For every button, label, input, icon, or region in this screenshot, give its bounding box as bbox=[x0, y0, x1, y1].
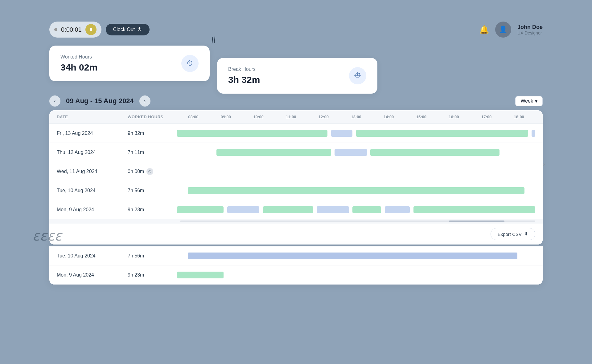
row-hours: 0h 00m ⊙ bbox=[128, 168, 177, 175]
stopwatch-icon: ⏱ bbox=[187, 59, 193, 67]
worked-hours-icon-wrap: ⏱ bbox=[181, 55, 199, 72]
row-bars bbox=[177, 143, 535, 162]
row-date: Wed, 11 Aug 2024 bbox=[57, 169, 128, 174]
deco-handwriting: ɛɛɛɛ bbox=[32, 228, 62, 244]
row-date: Mon, 9 Aug 2024 bbox=[57, 272, 128, 278]
notification-bell-icon[interactable]: 🔔 bbox=[479, 25, 489, 34]
scrollbar-thumb[interactable] bbox=[449, 220, 504, 222]
bars-container bbox=[177, 129, 535, 137]
worked-hours-value: 34h 02m bbox=[60, 62, 97, 73]
time-col-1000: 10:00 bbox=[242, 115, 275, 119]
row-bars bbox=[177, 246, 535, 265]
time-col-1600: 16:00 bbox=[438, 115, 470, 119]
download-icon: ⬇ bbox=[524, 231, 528, 237]
work-bar bbox=[177, 206, 224, 213]
break-bar bbox=[385, 206, 410, 213]
row-date: Thu, 12 Aug 2024 bbox=[57, 150, 128, 155]
table-row: Fri, 13 Aug 2024 9h 32m bbox=[49, 124, 543, 143]
work-bar bbox=[263, 206, 313, 213]
row-bars bbox=[177, 162, 535, 181]
time-col-1700: 17:00 bbox=[470, 115, 503, 119]
next-week-button[interactable]: › bbox=[139, 95, 150, 107]
time-col-0800: 08:00 bbox=[177, 115, 210, 119]
row-date: Tue, 10 Aug 2024 bbox=[57, 188, 128, 193]
table-row: Thu, 12 Aug 2024 7h 11m bbox=[49, 143, 543, 162]
bottom-partial-panel: Tue, 10 Aug 2024 7h 56m Mon, 9 Aug 2024 … bbox=[49, 246, 543, 285]
work-bar bbox=[352, 206, 381, 213]
time-col-1100: 11:00 bbox=[275, 115, 307, 119]
no-hours-icon: ⊙ bbox=[146, 168, 153, 175]
work-bar bbox=[216, 149, 331, 156]
pause-button[interactable]: ⏸ bbox=[85, 24, 97, 35]
table-row: Wed, 11 Aug 2024 0h 00m ⊙ bbox=[49, 162, 543, 181]
timer-dot bbox=[54, 28, 57, 31]
timer-value: 0:00:01 bbox=[61, 26, 82, 33]
worked-hours-label: Worked Hours bbox=[60, 54, 97, 60]
export-csv-button[interactable]: Export CSV ⬇ bbox=[491, 228, 535, 240]
worked-col-header: WORKED HOURS bbox=[128, 115, 177, 119]
break-bar bbox=[335, 149, 367, 156]
bottom-row: Mon, 9 Aug 2024 9h 23m bbox=[49, 265, 543, 285]
avatar-initial: 👤 bbox=[499, 26, 507, 34]
topbar: 0:00:01 ⏸ Clock Out ⏱ 🔔 👤 John Doe UX De… bbox=[49, 22, 543, 38]
break-hours-value: 3h 32m bbox=[228, 75, 260, 85]
row-hours: 7h 11m bbox=[128, 150, 177, 155]
time-cols: 08:00 09:00 10:00 11:00 12:00 13:00 14:0… bbox=[177, 115, 535, 119]
date-col-header: DATE bbox=[57, 115, 128, 119]
time-col-1400: 14:00 bbox=[372, 115, 405, 119]
table-row: Tue, 10 Aug 2024 7h 56m bbox=[49, 181, 543, 200]
row-bars bbox=[177, 124, 535, 143]
work-bar bbox=[188, 187, 524, 194]
row-hours: 7h 56m bbox=[128, 253, 177, 259]
break-bar bbox=[317, 206, 349, 213]
worked-hours-card: Worked Hours 34h 02m ⏱ bbox=[49, 46, 210, 81]
break-bar bbox=[331, 130, 353, 137]
export-csv-label: Export CSV bbox=[498, 232, 522, 237]
user-info: John Doe UX Designer bbox=[517, 24, 543, 35]
bars-container bbox=[177, 148, 535, 156]
work-bar bbox=[188, 253, 517, 259]
clock-out-button[interactable]: Clock Out ⏱ bbox=[106, 24, 150, 35]
bars-container bbox=[177, 252, 535, 260]
worked-hours-text: Worked Hours 34h 02m bbox=[60, 54, 97, 73]
time-col-1300: 13:00 bbox=[340, 115, 372, 119]
row-bars bbox=[177, 200, 535, 219]
week-selector[interactable]: Week ▾ bbox=[515, 96, 543, 106]
scrollbar-track[interactable] bbox=[180, 220, 535, 222]
row-hours: 9h 23m bbox=[128, 207, 177, 212]
bottom-row: Tue, 10 Aug 2024 7h 56m bbox=[49, 246, 543, 265]
bars-container bbox=[177, 168, 535, 176]
prev-week-button[interactable]: ‹ bbox=[49, 95, 60, 107]
time-col-1800: 18:00 bbox=[503, 115, 535, 119]
row-hours: 7h 56m bbox=[128, 188, 177, 193]
work-bar bbox=[413, 206, 535, 213]
main-panel: DATE WORKED HOURS 08:00 09:00 10:00 11:0… bbox=[49, 110, 543, 245]
user-role: UX Designer bbox=[517, 30, 543, 35]
row-date: Mon, 9 Aug 2024 bbox=[57, 207, 128, 212]
time-col-1500: 15:00 bbox=[405, 115, 438, 119]
break-hours-text: Break Hours 3h 32m bbox=[228, 67, 260, 85]
user-section: 🔔 👤 John Doe UX Designer bbox=[479, 22, 543, 38]
bars-container bbox=[177, 206, 535, 214]
chevron-down-icon: ▾ bbox=[535, 98, 537, 104]
table-row: Mon, 9 Aug 2024 9h 23m bbox=[49, 200, 543, 219]
bars-container bbox=[177, 187, 535, 195]
row-bars bbox=[177, 265, 535, 284]
break-bar bbox=[227, 206, 260, 213]
no-stopwatch-icon: ⏱ bbox=[354, 72, 361, 80]
work-bar bbox=[356, 130, 528, 137]
break-hours-card: Break Hours 3h 32m ⏱ bbox=[217, 58, 377, 94]
user-name: John Doe bbox=[517, 24, 543, 30]
table-header: DATE WORKED HOURS 08:00 09:00 10:00 11:0… bbox=[49, 110, 543, 124]
work-bar bbox=[177, 272, 224, 278]
cards-area: Worked Hours 34h 02m ⏱ Break Hours 3h 32… bbox=[49, 46, 377, 94]
time-col-1200: 12:00 bbox=[307, 115, 340, 119]
week-label: Week bbox=[520, 98, 533, 104]
clock-out-label: Clock Out bbox=[113, 27, 135, 32]
pause-icon: ⏸ bbox=[89, 27, 93, 32]
work-bar bbox=[370, 149, 499, 156]
export-area: Export CSV ⬇ bbox=[49, 224, 543, 245]
scroll-right-indicator: › bbox=[543, 160, 545, 168]
time-col-0900: 09:00 bbox=[210, 115, 242, 119]
timer-section: 0:00:01 ⏸ bbox=[49, 22, 101, 38]
